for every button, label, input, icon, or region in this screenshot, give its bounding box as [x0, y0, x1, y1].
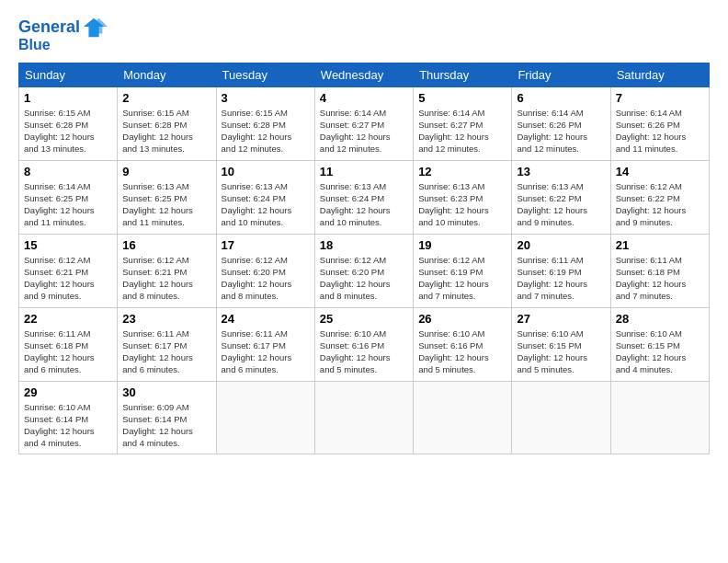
day-info: Sunrise: 6:14 AM Sunset: 6:25 PM Dayligh…	[24, 180, 112, 229]
calendar-cell: 10Sunrise: 6:13 AM Sunset: 6:24 PM Dayli…	[216, 160, 314, 234]
day-number: 10	[222, 165, 310, 178]
day-info: Sunrise: 6:11 AM Sunset: 6:18 PM Dayligh…	[24, 327, 112, 376]
day-info: Sunrise: 6:10 AM Sunset: 6:16 PM Dayligh…	[320, 327, 408, 376]
day-number: 22	[24, 312, 112, 326]
calendar-cell: 2Sunrise: 6:15 AM Sunset: 6:28 PM Daylig…	[118, 86, 216, 160]
day-number: 11	[320, 165, 408, 178]
day-number: 9	[122, 165, 210, 178]
calendar-day-header: Tuesday	[216, 63, 314, 86]
day-number: 30	[122, 385, 210, 399]
day-info: Sunrise: 6:12 AM Sunset: 6:22 PM Dayligh…	[616, 180, 704, 229]
calendar-header-row: SundayMondayTuesdayWednesdayThursdayFrid…	[19, 63, 710, 86]
day-number: 8	[24, 165, 112, 178]
day-number: 14	[616, 165, 704, 178]
page-header: General Blue	[18, 15, 710, 53]
day-info: Sunrise: 6:15 AM Sunset: 6:28 PM Dayligh…	[122, 107, 210, 155]
day-number: 3	[222, 91, 310, 105]
calendar-cell: 22Sunrise: 6:11 AM Sunset: 6:18 PM Dayli…	[19, 307, 118, 381]
day-number: 4	[320, 91, 408, 105]
day-number: 19	[418, 238, 506, 252]
calendar-cell: 20Sunrise: 6:11 AM Sunset: 6:19 PM Dayli…	[512, 234, 610, 307]
day-number: 23	[122, 312, 210, 326]
day-number: 20	[517, 238, 605, 252]
calendar-day-header: Thursday	[414, 63, 512, 86]
day-number: 26	[418, 312, 506, 326]
calendar-cell: 7Sunrise: 6:14 AM Sunset: 6:26 PM Daylig…	[610, 86, 709, 160]
calendar-week-row: 15Sunrise: 6:12 AM Sunset: 6:21 PM Dayli…	[19, 234, 710, 307]
day-info: Sunrise: 6:15 AM Sunset: 6:28 PM Dayligh…	[24, 107, 112, 155]
day-number: 1	[24, 91, 112, 105]
calendar-cell: 4Sunrise: 6:14 AM Sunset: 6:27 PM Daylig…	[314, 86, 413, 160]
calendar-cell: 23Sunrise: 6:11 AM Sunset: 6:17 PM Dayli…	[118, 307, 216, 381]
day-info: Sunrise: 6:13 AM Sunset: 6:24 PM Dayligh…	[222, 180, 310, 229]
calendar: SundayMondayTuesdayWednesdayThursdayFrid…	[18, 63, 710, 454]
calendar-cell: 12Sunrise: 6:13 AM Sunset: 6:23 PM Dayli…	[414, 160, 512, 234]
day-info: Sunrise: 6:13 AM Sunset: 6:24 PM Dayligh…	[320, 180, 408, 229]
calendar-cell: 5Sunrise: 6:14 AM Sunset: 6:27 PM Daylig…	[414, 86, 512, 160]
calendar-day-header: Sunday	[19, 63, 118, 86]
calendar-cell: 9Sunrise: 6:13 AM Sunset: 6:25 PM Daylig…	[118, 160, 216, 234]
day-info: Sunrise: 6:11 AM Sunset: 6:19 PM Dayligh…	[517, 254, 605, 303]
day-info: Sunrise: 6:12 AM Sunset: 6:20 PM Dayligh…	[320, 254, 408, 303]
calendar-cell: 29Sunrise: 6:10 AM Sunset: 6:14 PM Dayli…	[19, 381, 118, 454]
calendar-cell: 19Sunrise: 6:12 AM Sunset: 6:19 PM Dayli…	[414, 234, 512, 307]
calendar-cell: 25Sunrise: 6:10 AM Sunset: 6:16 PM Dayli…	[314, 307, 413, 381]
day-info: Sunrise: 6:12 AM Sunset: 6:20 PM Dayligh…	[222, 254, 310, 303]
day-number: 29	[24, 385, 112, 399]
calendar-cell: 16Sunrise: 6:12 AM Sunset: 6:21 PM Dayli…	[118, 234, 216, 307]
day-number: 13	[517, 165, 605, 178]
calendar-cell: 13Sunrise: 6:13 AM Sunset: 6:22 PM Dayli…	[512, 160, 610, 234]
day-number: 24	[222, 312, 310, 326]
day-number: 25	[320, 312, 408, 326]
day-number: 16	[122, 238, 210, 252]
calendar-cell	[314, 381, 413, 454]
calendar-cell: 28Sunrise: 6:10 AM Sunset: 6:15 PM Dayli…	[610, 307, 709, 381]
day-info: Sunrise: 6:13 AM Sunset: 6:22 PM Dayligh…	[517, 180, 605, 229]
day-number: 28	[616, 312, 704, 326]
calendar-week-row: 22Sunrise: 6:11 AM Sunset: 6:18 PM Dayli…	[19, 307, 710, 381]
calendar-cell: 24Sunrise: 6:11 AM Sunset: 6:17 PM Dayli…	[216, 307, 314, 381]
calendar-cell: 3Sunrise: 6:15 AM Sunset: 6:28 PM Daylig…	[216, 86, 314, 160]
day-number: 27	[517, 312, 605, 326]
day-info: Sunrise: 6:10 AM Sunset: 6:14 PM Dayligh…	[24, 401, 112, 450]
day-number: 6	[517, 91, 605, 105]
day-info: Sunrise: 6:12 AM Sunset: 6:19 PM Dayligh…	[418, 254, 506, 303]
calendar-cell: 21Sunrise: 6:11 AM Sunset: 6:18 PM Dayli…	[610, 234, 709, 307]
logo: General Blue	[18, 15, 108, 53]
calendar-day-header: Monday	[118, 63, 216, 86]
day-info: Sunrise: 6:10 AM Sunset: 6:15 PM Dayligh…	[517, 327, 605, 376]
calendar-week-row: 1Sunrise: 6:15 AM Sunset: 6:28 PM Daylig…	[19, 86, 710, 160]
day-info: Sunrise: 6:14 AM Sunset: 6:27 PM Dayligh…	[418, 107, 506, 155]
day-info: Sunrise: 6:14 AM Sunset: 6:26 PM Dayligh…	[517, 107, 605, 155]
logo-text: General	[18, 18, 80, 37]
day-info: Sunrise: 6:13 AM Sunset: 6:25 PM Dayligh…	[122, 180, 210, 229]
calendar-week-row: 29Sunrise: 6:10 AM Sunset: 6:14 PM Dayli…	[19, 381, 710, 454]
day-number: 5	[418, 91, 506, 105]
day-info: Sunrise: 6:12 AM Sunset: 6:21 PM Dayligh…	[24, 254, 112, 303]
day-info: Sunrise: 6:11 AM Sunset: 6:18 PM Dayligh…	[616, 254, 704, 303]
day-number: 12	[418, 165, 506, 178]
day-number: 21	[616, 238, 704, 252]
day-info: Sunrise: 6:14 AM Sunset: 6:27 PM Dayligh…	[320, 107, 408, 155]
calendar-cell: 15Sunrise: 6:12 AM Sunset: 6:21 PM Dayli…	[19, 234, 118, 307]
day-info: Sunrise: 6:10 AM Sunset: 6:16 PM Dayligh…	[418, 327, 506, 376]
calendar-cell	[512, 381, 610, 454]
calendar-day-header: Saturday	[610, 63, 709, 86]
calendar-cell: 8Sunrise: 6:14 AM Sunset: 6:25 PM Daylig…	[19, 160, 118, 234]
calendar-cell: 11Sunrise: 6:13 AM Sunset: 6:24 PM Dayli…	[314, 160, 413, 234]
day-number: 2	[122, 91, 210, 105]
day-number: 17	[222, 238, 310, 252]
calendar-cell: 6Sunrise: 6:14 AM Sunset: 6:26 PM Daylig…	[512, 86, 610, 160]
calendar-cell: 26Sunrise: 6:10 AM Sunset: 6:16 PM Dayli…	[414, 307, 512, 381]
day-number: 7	[616, 91, 704, 105]
calendar-cell	[414, 381, 512, 454]
calendar-cell	[216, 381, 314, 454]
day-info: Sunrise: 6:13 AM Sunset: 6:23 PM Dayligh…	[418, 180, 506, 229]
day-info: Sunrise: 6:10 AM Sunset: 6:15 PM Dayligh…	[616, 327, 704, 376]
calendar-cell: 18Sunrise: 6:12 AM Sunset: 6:20 PM Dayli…	[314, 234, 413, 307]
calendar-cell: 30Sunrise: 6:09 AM Sunset: 6:14 PM Dayli…	[118, 381, 216, 454]
day-info: Sunrise: 6:14 AM Sunset: 6:26 PM Dayligh…	[616, 107, 704, 155]
calendar-cell: 17Sunrise: 6:12 AM Sunset: 6:20 PM Dayli…	[216, 234, 314, 307]
calendar-cell	[610, 381, 709, 454]
day-info: Sunrise: 6:12 AM Sunset: 6:21 PM Dayligh…	[122, 254, 210, 303]
